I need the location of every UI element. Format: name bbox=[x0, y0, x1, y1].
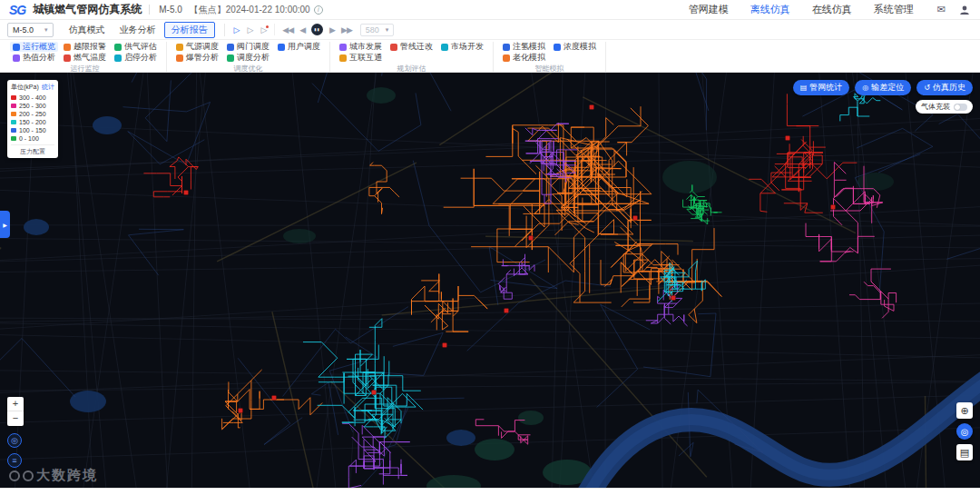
gas-toggle-label: 气体充装 bbox=[921, 102, 950, 112]
panel-expand-handle[interactable]: ▶ bbox=[0, 211, 10, 238]
mode-tab[interactable]: 分析报告 bbox=[164, 22, 215, 38]
gas-toggle[interactable]: 气体充装 bbox=[916, 100, 973, 114]
ribbon-group: 气源调度阀门调度用户调度爆管分析调度分析调度优化 bbox=[167, 42, 330, 72]
nav-item-在线仿真[interactable]: 在线仿真 bbox=[801, 3, 863, 16]
focus-time: 【焦点】2024-01-22 10:00:00 i bbox=[190, 4, 323, 16]
map-pill-管网统计[interactable]: ▤管网统计 bbox=[793, 80, 850, 95]
crosshair-button[interactable]: ⊕ bbox=[956, 402, 973, 419]
ribbon-btn-label: 用户调度 bbox=[288, 41, 320, 53]
ribbon-btn[interactable]: 城市发展 bbox=[337, 42, 385, 52]
ribbon-btn[interactable]: 燃气温度 bbox=[61, 53, 109, 63]
pill-label: 仿真历史 bbox=[933, 82, 965, 94]
pause-button[interactable]: ▮▮ bbox=[311, 24, 323, 35]
ribbon-btn[interactable]: 注氢模拟 bbox=[500, 42, 548, 52]
map-pill-输差定位[interactable]: ◎输差定位 bbox=[855, 80, 911, 95]
ribbon-btn[interactable]: 运行概览 bbox=[10, 42, 58, 52]
mode-tab[interactable]: 业务分析 bbox=[113, 23, 162, 37]
header-nav: 管网建模离线仿真在线仿真系统管理 bbox=[678, 3, 925, 16]
model-select[interactable]: M-5.0 ▾ bbox=[7, 23, 54, 37]
map-canvas[interactable] bbox=[0, 73, 980, 488]
map-top-buttons: ▤管网统计◎输差定位↺仿真历史 bbox=[793, 80, 973, 95]
ribbon-btn[interactable]: 浓度模拟 bbox=[551, 42, 599, 52]
toggle-knob bbox=[955, 104, 960, 110]
ribbon-btn[interactable]: 越限报警 bbox=[61, 42, 109, 52]
pill-label: 输差定位 bbox=[871, 82, 904, 94]
ribbon-group-rows: 气源调度阀门调度用户调度爆管分析调度分析 bbox=[173, 42, 323, 63]
ribbon-btn[interactable]: 启停分析 bbox=[112, 53, 160, 63]
mode-tab[interactable]: 仿真模式 bbox=[63, 23, 112, 37]
model-version: M-5.0 bbox=[149, 5, 182, 15]
legend-unit: 单位(kPa) bbox=[11, 83, 39, 92]
ribbon-btn[interactable]: 管线迁改 bbox=[387, 42, 436, 52]
zoom-control: + − bbox=[7, 397, 24, 426]
chevron-right-icon: ▶ bbox=[3, 222, 7, 228]
toolbar: M-5.0 ▾ 仿真模式业务分析分析报告 ▷ ▷ ▷ ◀◀ ◀ ▮▮ ▶ ▶▶ … bbox=[0, 20, 980, 40]
ribbon-btn[interactable]: 爆管分析 bbox=[173, 53, 221, 63]
ribbon-btn-icon bbox=[13, 54, 20, 62]
next-frame-button[interactable]: ▶ bbox=[329, 25, 335, 35]
ribbon-btn-icon bbox=[339, 44, 347, 51]
step-play-button[interactable]: ▷ bbox=[247, 25, 252, 35]
speed-value: 580 bbox=[366, 25, 379, 35]
ribbon-btn-icon bbox=[503, 54, 510, 62]
toggle-switch[interactable] bbox=[954, 104, 967, 111]
ribbon-btn[interactable]: 互联互通 bbox=[337, 53, 385, 63]
legend-swatch bbox=[11, 95, 16, 100]
user-icon[interactable] bbox=[958, 4, 971, 16]
ribbon-btn[interactable]: 调度分析 bbox=[224, 53, 272, 63]
prev-frame-button[interactable]: ◀ bbox=[299, 25, 305, 35]
legend-footer[interactable]: 压力配置 bbox=[11, 144, 54, 156]
ribbon-row: 注氢模拟浓度模拟 bbox=[500, 42, 599, 52]
legend-swatch bbox=[11, 112, 16, 116]
mail-icon[interactable]: ✉ bbox=[932, 4, 951, 15]
ribbon-btn[interactable]: 热值分析 bbox=[10, 53, 58, 63]
ribbon-group: 运行概览越限报警供气评估热值分析燃气温度启停分析运行监控 bbox=[4, 42, 167, 72]
nav-item-系统管理[interactable]: 系统管理 bbox=[863, 3, 925, 16]
zoom-in-button[interactable]: + bbox=[7, 397, 24, 411]
play-button[interactable]: ▷ bbox=[234, 25, 240, 35]
ribbon-btn[interactable]: 市场开发 bbox=[438, 42, 486, 52]
layers-button[interactable]: ▤ bbox=[956, 444, 973, 460]
ribbon-btn-label: 管线迁改 bbox=[400, 41, 433, 53]
map-pill-仿真历史[interactable]: ↺仿真历史 bbox=[916, 80, 973, 95]
focus-time-text: 【焦点】2024-01-22 10:00:00 bbox=[190, 4, 310, 16]
app-title: 城镇燃气管网仿真系统 bbox=[33, 2, 142, 17]
info-icon[interactable]: i bbox=[314, 5, 323, 15]
ribbon-btn-label: 市场开发 bbox=[451, 41, 484, 53]
legend-range: 150 - 200 bbox=[19, 119, 46, 125]
list-button[interactable]: ≡ bbox=[7, 453, 22, 468]
skip-start-button[interactable]: ◀◀ bbox=[282, 25, 293, 35]
record-button[interactable]: ▷ bbox=[260, 25, 266, 35]
frame-controls: ◀◀ ◀ ▮▮ ▶ ▶▶ bbox=[274, 24, 352, 35]
ribbon-btn[interactable]: 阀门调度 bbox=[224, 42, 272, 52]
ribbon-btn[interactable]: 供气评估 bbox=[112, 42, 160, 52]
legend-swatch bbox=[11, 136, 16, 141]
speed-select[interactable]: 580 ▾ bbox=[360, 24, 395, 36]
header: SG 城镇燃气管网仿真系统 M-5.0 【焦点】2024-01-22 10:00… bbox=[0, 0, 980, 20]
ribbon-btn-icon bbox=[227, 44, 234, 51]
ribbon-group: 城市发展管线迁改市场开发互联互通规划评估 bbox=[330, 42, 494, 72]
nav-item-离线仿真[interactable]: 离线仿真 bbox=[740, 3, 801, 16]
legend-item: 200 - 250 bbox=[11, 110, 54, 118]
mode-tabs: 仿真模式业务分析分析报告 bbox=[63, 22, 215, 38]
ribbon-btn-icon bbox=[554, 44, 561, 51]
ribbon-btn-icon bbox=[227, 54, 234, 62]
ribbon-btn[interactable]: 用户调度 bbox=[275, 42, 323, 52]
locate-button[interactable]: ◎ bbox=[7, 433, 22, 448]
legend-range: 300 - 400 bbox=[19, 94, 46, 101]
ribbon-row: 气源调度阀门调度用户调度 bbox=[173, 42, 323, 52]
ribbon-group: 注氢模拟浓度模拟老化模拟智能模拟 bbox=[494, 42, 606, 72]
basemap-button[interactable]: ◎ bbox=[956, 423, 973, 440]
nav-item-管网建模[interactable]: 管网建模 bbox=[678, 3, 740, 16]
legend-stat-link[interactable]: 统计 bbox=[42, 83, 54, 92]
legend-item: 0 - 100 bbox=[11, 134, 54, 143]
skip-end-button[interactable]: ▶▶ bbox=[341, 25, 352, 35]
ribbon-btn-icon bbox=[176, 44, 183, 51]
ribbon-btn[interactable]: 老化模拟 bbox=[500, 53, 548, 63]
ribbon-btn[interactable]: 气源调度 bbox=[173, 42, 221, 52]
ribbon-row: 热值分析燃气温度启停分析 bbox=[10, 53, 160, 63]
ribbon-btn-icon bbox=[114, 54, 122, 62]
legend-swatch bbox=[11, 120, 16, 124]
ribbon-btn-icon bbox=[390, 44, 397, 51]
zoom-out-button[interactable]: − bbox=[7, 411, 24, 426]
